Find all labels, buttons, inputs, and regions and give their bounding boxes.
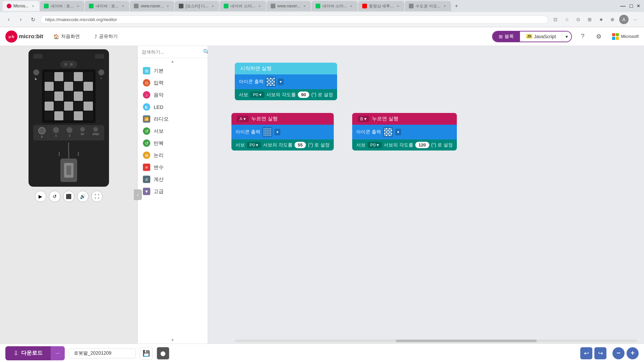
maximize-button[interactable]: □: [628, 2, 634, 10]
tab-youtube[interactable]: 동영상 세투... ×: [358, 1, 404, 11]
collapse-panel-button[interactable]: ‹: [134, 189, 142, 200]
start-block-header[interactable]: 시작하면 실행: [235, 63, 337, 74]
tab-poster[interactable]: [포스터] 디... ×: [175, 1, 219, 11]
tab-close[interactable]: ×: [349, 4, 354, 8]
icon-output-block-1[interactable]: 아이콘 출력: [235, 74, 337, 89]
tab-www2[interactable]: www.naver... ×: [267, 1, 311, 11]
extensions-icon[interactable]: ⊡: [551, 15, 560, 24]
javascript-tab[interactable]: JS JavaScript: [520, 32, 562, 42]
help-button[interactable]: ?: [577, 31, 588, 42]
restart-button[interactable]: ↺: [49, 191, 60, 202]
icon-output-block-a[interactable]: 아이콘 출력: [231, 125, 334, 139]
favorites-icon[interactable]: ☆: [562, 15, 572, 24]
angle-value-a[interactable]: 55: [294, 142, 306, 148]
scroll-down-button[interactable]: ▼: [138, 337, 208, 344]
button-b-header[interactable]: B ▾ 누르면 실행: [352, 113, 457, 125]
servo-block-1[interactable]: 서보 P0 ▾ 서보의 각도를 90 (°) 로 설정: [235, 89, 337, 100]
tab-close[interactable]: ×: [210, 4, 215, 8]
icon-dropdown-a[interactable]: ▾: [274, 129, 280, 135]
tab-www1[interactable]: www.naver... ×: [130, 1, 174, 11]
button-b[interactable]: [98, 69, 104, 75]
tab-naver2[interactable]: 네이버 : 로... ×: [85, 1, 129, 11]
category-loops[interactable]: ↺ 반복: [138, 137, 208, 149]
servo-block-a[interactable]: 서보 P0 ▾ 서보의 각도를 55 (°) 로 설정: [231, 139, 334, 150]
close-button[interactable]: ×: [636, 2, 641, 10]
tab-close[interactable]: ×: [442, 4, 447, 8]
category-servo[interactable]: ↺ 서보: [138, 125, 208, 137]
category-led[interactable]: ◐ LED: [138, 101, 208, 113]
favorites-bar-icon[interactable]: ★: [596, 15, 606, 24]
category-math[interactable]: # 계산: [138, 173, 208, 185]
search-icon[interactable]: 🔍: [203, 49, 208, 55]
refresh-button[interactable]: ↻: [28, 15, 38, 24]
more-options-button[interactable]: ···: [51, 346, 65, 360]
led-grid-icon[interactable]: [266, 77, 276, 87]
icon-output-block-b[interactable]: 아이콘 출력: [352, 125, 457, 139]
pin-dropdown-b[interactable]: P0 ▾: [368, 142, 382, 148]
redo-button[interactable]: ↪: [594, 347, 606, 359]
category-logic[interactable]: ⊗ 논리: [138, 149, 208, 161]
github-button[interactable]: ⬤: [157, 347, 169, 360]
scroll-up-button[interactable]: ▲: [138, 58, 208, 65]
pin-dropdown-a[interactable]: P0 ▾: [247, 142, 261, 148]
minimize-button[interactable]: —: [619, 2, 627, 10]
tab-close[interactable]: ×: [395, 4, 400, 8]
tab-close[interactable]: ×: [257, 4, 262, 8]
tab-microbit[interactable]: Micros... ×: [3, 1, 39, 11]
zoom-in-button[interactable]: +: [627, 347, 639, 359]
collections-icon[interactable]: ⊞: [585, 15, 594, 24]
search-input[interactable]: [142, 49, 200, 55]
download-button[interactable]: ⇩ 다운로드: [5, 346, 51, 360]
user-icon[interactable]: A: [619, 15, 629, 24]
category-input[interactable]: ⊙ 입력: [138, 77, 208, 89]
save-button[interactable]: 💾: [140, 347, 153, 360]
undo-button[interactable]: ↩: [580, 347, 592, 359]
play-button[interactable]: ▶: [35, 191, 46, 202]
horizontal-scrollbar[interactable]: [235, 340, 637, 342]
tab-metro[interactable]: 수도권 이모... ×: [405, 1, 451, 11]
category-variables[interactable]: ≡ 변수: [138, 161, 208, 173]
button-a-dropdown[interactable]: A ▾: [237, 116, 249, 122]
led-grid-icon-a[interactable]: [262, 127, 272, 137]
back-button[interactable]: ‹: [4, 15, 13, 24]
category-radio[interactable]: 📶 라디오: [138, 113, 208, 125]
led-grid-icon-b[interactable]: [383, 127, 393, 137]
icon-dropdown-b[interactable]: ▾: [395, 129, 401, 135]
tab-naver4[interactable]: 네이버 스마... ×: [312, 1, 358, 11]
url-box[interactable]: https://makecode.microbit.org/#editor: [40, 15, 548, 24]
category-basic[interactable]: ⊞ 기본: [138, 65, 208, 77]
tab-close[interactable]: ×: [165, 4, 170, 8]
tab-naver1[interactable]: 네이버 : 로... ×: [40, 1, 84, 11]
icon-dropdown[interactable]: ▾: [278, 78, 284, 85]
tab-naver3[interactable]: 네이버 스미... ×: [220, 1, 266, 11]
angle-value[interactable]: 90: [298, 92, 309, 98]
tab-close[interactable]: ×: [120, 4, 125, 8]
profile-icon[interactable]: ⊙: [574, 15, 583, 24]
settings-button[interactable]: ⚙: [593, 31, 604, 42]
forward-button[interactable]: ›: [16, 15, 25, 24]
fullscreen-button[interactable]: ⛶: [91, 191, 103, 202]
angle-value-b[interactable]: 120: [415, 142, 429, 148]
blocks-tab[interactable]: ⊞ 블록: [493, 32, 520, 42]
zoom-out-button[interactable]: −: [612, 347, 625, 359]
pin-dropdown[interactable]: P0 ▾: [250, 92, 264, 98]
button-a-header[interactable]: A ▾ 누르면 실행: [231, 113, 334, 125]
downloads-icon[interactable]: ⊕: [608, 15, 617, 24]
filename-input[interactable]: [69, 348, 136, 358]
stop-button[interactable]: ⬛: [63, 191, 74, 202]
category-advanced[interactable]: ▼ 고급: [138, 185, 208, 197]
tab-close[interactable]: ×: [31, 4, 35, 8]
language-dropdown[interactable]: ▾: [562, 32, 571, 42]
button-b-dropdown[interactable]: B ▾: [358, 116, 369, 122]
button-a[interactable]: [33, 69, 39, 75]
new-tab-button[interactable]: +: [452, 1, 461, 11]
category-music[interactable]: ♪ 음악: [138, 89, 208, 101]
sound-button[interactable]: 🔊: [77, 191, 89, 202]
home-button[interactable]: 🏠 처음화면: [49, 32, 85, 42]
servo-block-b[interactable]: 서보 P0 ▾ 서보의 각도를 120 (°) 로 설정: [352, 139, 457, 150]
more-icon[interactable]: ···: [631, 15, 640, 24]
tab-close[interactable]: ×: [302, 4, 307, 8]
tab-close[interactable]: ×: [75, 4, 80, 8]
code-canvas[interactable]: 시작하면 실행 아이콘 출력: [208, 46, 644, 344]
share-button[interactable]: ⤴ 공유하기: [90, 32, 122, 42]
